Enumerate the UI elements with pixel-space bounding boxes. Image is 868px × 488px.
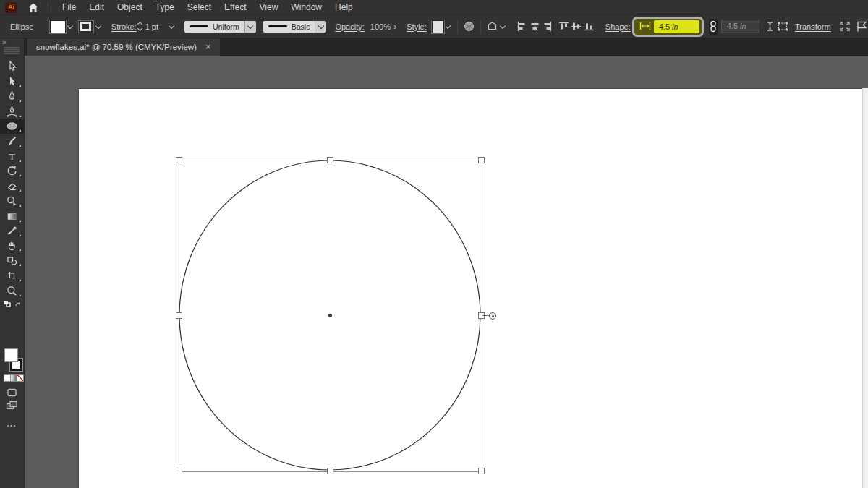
- eraser-tool[interactable]: [0, 179, 24, 194]
- side-handle-widget[interactable]: [489, 312, 496, 320]
- artboard-tool[interactable]: [0, 268, 24, 283]
- opacity-value[interactable]: 100%: [370, 22, 391, 31]
- align-left-icon[interactable]: [516, 19, 528, 35]
- menu-item-file[interactable]: File: [56, 0, 82, 14]
- menu-item-object[interactable]: Object: [111, 0, 149, 14]
- stroke-panel-link[interactable]: Stroke:: [111, 22, 137, 31]
- bounding-box-icon[interactable]: [776, 19, 789, 35]
- menu-item-help[interactable]: Help: [328, 0, 359, 14]
- handle-top-right[interactable]: [478, 157, 485, 163]
- handle-top-center[interactable]: [327, 157, 333, 163]
- stroke-weight-dropdown-icon[interactable]: [169, 23, 175, 29]
- artboard-right-edge: [862, 88, 868, 488]
- shape-panel-link[interactable]: Shape:: [605, 22, 631, 31]
- stroke-dropdown-icon[interactable]: [95, 22, 101, 28]
- handle-bottom-left[interactable]: [176, 468, 182, 474]
- stroke-weight-stepper[interactable]: [138, 22, 142, 30]
- handle-middle-left[interactable]: [176, 312, 182, 319]
- rotate-tool[interactable]: [0, 163, 24, 179]
- menu-separator: [48, 2, 48, 12]
- control-separator: [480, 20, 481, 33]
- document-setup-icon[interactable]: [486, 19, 507, 35]
- panel-collapse-icon[interactable]: »: [2, 38, 6, 46]
- menu-item-window[interactable]: Window: [284, 0, 328, 14]
- menu-item-effect[interactable]: Effect: [218, 0, 252, 14]
- align-top-icon[interactable]: [558, 19, 570, 35]
- type-tool-glyph: T: [9, 151, 15, 162]
- shape-center-point[interactable]: [328, 314, 332, 317]
- swap-dimensions-icon[interactable]: [764, 19, 776, 35]
- home-icon[interactable]: [27, 1, 39, 13]
- share-flag-icon[interactable]: [856, 19, 868, 35]
- shape-width-input[interactable]: 4.5in: [654, 20, 699, 33]
- brush-dropdown-icon[interactable]: [315, 21, 326, 33]
- opacity-more-icon[interactable]: ›: [393, 21, 396, 32]
- app-logo[interactable]: Ai: [5, 2, 17, 13]
- tab-close-icon[interactable]: ×: [205, 42, 211, 51]
- menu-item-type[interactable]: Type: [149, 0, 181, 14]
- align-right-icon[interactable]: [541, 19, 553, 35]
- fill-dropdown-icon[interactable]: [67, 22, 73, 28]
- menu-bar: Ai File Edit Object Type Select Effect V…: [0, 0, 868, 15]
- hand-tool[interactable]: [0, 238, 24, 253]
- profile-preview-line: [190, 25, 208, 27]
- none-button[interactable]: [17, 374, 24, 382]
- transform-panel-link[interactable]: Transform: [795, 22, 831, 31]
- shape-builder-tool[interactable]: [0, 194, 24, 209]
- menu-item-view[interactable]: View: [253, 0, 285, 14]
- profile-value: Uniform: [213, 22, 239, 31]
- document-tab[interactable]: snowflakes.ai* @ 70.59 % (CMYK/Preview) …: [27, 38, 220, 56]
- menu-item-edit[interactable]: Edit: [82, 0, 111, 14]
- shape-width-highlight: 4.5in: [632, 17, 704, 37]
- selection-tool[interactable]: [0, 59, 24, 74]
- symbols-tool[interactable]: [0, 253, 24, 268]
- panel-grip-handle[interactable]: [4, 47, 20, 54]
- width-profile-dropdown[interactable]: Uniform: [184, 21, 256, 33]
- profile-dropdown-icon[interactable]: [244, 21, 256, 33]
- brush-value: Basic: [292, 22, 310, 31]
- stroke-color-swatch[interactable]: [78, 20, 94, 33]
- ellipse-tool[interactable]: [0, 119, 24, 134]
- handle-bottom-right[interactable]: [478, 468, 485, 474]
- handle-top-left[interactable]: [176, 157, 182, 163]
- constrain-proportions-icon[interactable]: [709, 19, 718, 35]
- type-tool[interactable]: T: [0, 149, 24, 164]
- document-setup-dropdown-icon[interactable]: [500, 22, 506, 28]
- handle-bottom-center[interactable]: [327, 468, 333, 474]
- menu-item-select[interactable]: Select: [181, 0, 218, 14]
- curvature-tool[interactable]: [0, 104, 24, 119]
- active-tool-label: Ellipse: [10, 22, 40, 31]
- default-fill-stroke-swap-row: [0, 299, 24, 309]
- shape-height-input[interactable]: 4.5in: [721, 20, 760, 33]
- fill-color-swatch[interactable]: [50, 20, 66, 33]
- align-bottom-icon[interactable]: [583, 19, 595, 35]
- style-panel-link[interactable]: Style:: [407, 22, 427, 31]
- document-title: snowflakes.ai* @ 70.59 % (CMYK/Preview): [36, 43, 197, 51]
- width-icon: [639, 22, 651, 32]
- screen-mode-icon[interactable]: [0, 398, 24, 413]
- align-vertical-center-icon[interactable]: [570, 19, 582, 35]
- align-to-selection-icon[interactable]: [838, 19, 851, 35]
- edit-toolbar-icon[interactable]: •••: [0, 418, 24, 433]
- control-separator: [457, 20, 458, 33]
- brush-preview-line: [268, 25, 287, 27]
- control-bar: Ellipse Stroke: 1 pt Uniform Basic Opaci…: [0, 15, 868, 38]
- paintbrush-tool[interactable]: [0, 134, 24, 149]
- style-swatch[interactable]: [432, 20, 445, 33]
- stroke-weight-value[interactable]: 1 pt: [145, 22, 158, 31]
- opacity-panel-link[interactable]: Opacity:: [335, 22, 364, 31]
- illustrator-window: Ai File Edit Object Type Select Effect V…: [0, 0, 868, 488]
- zoom-tool[interactable]: [0, 283, 24, 299]
- style-dropdown-icon[interactable]: [446, 23, 451, 29]
- tools-panel: » T: [0, 38, 25, 488]
- pen-tool[interactable]: [0, 89, 24, 104]
- recolor-artwork-icon[interactable]: [463, 19, 475, 35]
- align-horizontal-center-icon[interactable]: [529, 19, 541, 35]
- document-tab-bar: snowflakes.ai* @ 70.59 % (CMYK/Preview) …: [24, 38, 868, 56]
- eyedropper-tool[interactable]: [0, 223, 24, 239]
- brush-dropdown[interactable]: Basic: [263, 21, 327, 33]
- fill-indicator[interactable]: [4, 348, 18, 362]
- gradient-tool[interactable]: [0, 209, 24, 224]
- direct-selection-tool[interactable]: [0, 74, 24, 89]
